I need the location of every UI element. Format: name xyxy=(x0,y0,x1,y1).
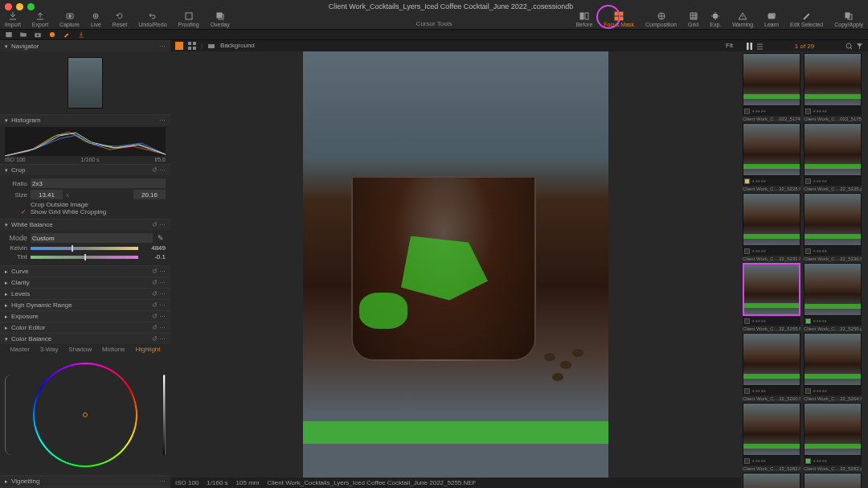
output-icon[interactable] xyxy=(77,31,85,39)
cb-tab-3-way[interactable]: 3-Way xyxy=(40,346,59,353)
view-grid-icon[interactable] xyxy=(188,42,196,50)
browser-thumb[interactable]: ★★★★★Client Work_C....022_5174.NEF xyxy=(743,53,800,121)
vignetting-panel-head[interactable]: ▸Vignetting⋯ xyxy=(0,475,170,486)
export-button[interactable]: Export xyxy=(32,11,48,27)
info-shutter: 1/160 s xyxy=(207,479,227,486)
clarity-panel-head[interactable]: ▸Clarity↺ ⋯ xyxy=(0,277,170,288)
wb-panel-head[interactable]: ▾White Balance↺ ⋯ xyxy=(0,219,170,230)
tint-label: Tint xyxy=(5,253,27,260)
focusmask-button[interactable]: Focus Mask xyxy=(604,11,634,27)
cb-tab-master[interactable]: Master xyxy=(10,346,29,353)
color-wheel[interactable] xyxy=(0,355,170,475)
browser-thumb[interactable]: ★★★★★Client Work_C....22_5255.psd xyxy=(804,263,862,331)
zoom-label[interactable]: Fit xyxy=(726,42,733,49)
show-grid-checkbox[interactable]: Show Grid While Cropping xyxy=(5,208,166,215)
capture-button[interactable]: Capture xyxy=(59,11,80,27)
undoredo-button[interactable]: Undo/Redo xyxy=(138,11,166,27)
kelvin-slider[interactable] xyxy=(31,247,138,250)
wb-label: White Balance xyxy=(11,221,53,228)
exposure-panel-head[interactable]: ▸Exposure↺ ⋯ xyxy=(0,310,170,322)
exp-button[interactable]: Exp. xyxy=(710,11,721,27)
crop-panel-head[interactable]: ▾Crop↺ ⋯ xyxy=(0,164,170,175)
view-mode-icon[interactable] xyxy=(175,42,183,50)
browser-thumb[interactable]: ★★★★★Client Work_C....22_5296.NEF xyxy=(804,473,862,488)
svg-rect-27 xyxy=(193,47,196,50)
maximize-window[interactable] xyxy=(27,3,35,10)
color-balance-label: Color Balance xyxy=(11,335,51,342)
curve-panel-head[interactable]: ▸Curve↺ ⋯ xyxy=(0,265,170,277)
iso-label: ISO 100 xyxy=(5,157,26,162)
cb-tab-midtone[interactable]: Midtone xyxy=(102,346,125,353)
svg-rect-19 xyxy=(6,32,12,37)
navigator-body[interactable] xyxy=(0,51,170,114)
proofing-button[interactable]: Proofing xyxy=(178,11,199,27)
browser-thumb[interactable]: ★★★★★Client Work_C....22_5260.NEF xyxy=(743,333,800,401)
browser-thumb[interactable]: ★★★★★Client Work_C....022_5175.NEF xyxy=(804,53,862,121)
ratio-select[interactable] xyxy=(31,178,166,188)
library-icon[interactable] xyxy=(5,31,13,39)
before-button[interactable]: Before xyxy=(576,11,593,27)
browser-thumb[interactable]: ★★★★★Client Work_C....22_5231.NEF xyxy=(743,193,800,261)
crop-width-input[interactable] xyxy=(31,190,63,199)
layer-name[interactable]: Background xyxy=(220,42,255,49)
live-button[interactable]: Live xyxy=(91,11,101,27)
color-editor-panel-head[interactable]: ▸Color Editor↺ ⋯ xyxy=(0,322,170,333)
minimize-window[interactable] xyxy=(16,3,23,10)
info-filename: Client Work_Cocktails_Lyers_Iced Coffee … xyxy=(268,479,477,486)
navigator-label: Navigator xyxy=(11,43,39,50)
copyapply-button[interactable]: Copy/Apply xyxy=(834,11,863,27)
editselected-button[interactable]: Edit Selected xyxy=(790,11,823,27)
reset-button[interactable]: Reset xyxy=(113,11,127,27)
ratio-label: Ratio xyxy=(5,180,27,187)
svg-point-3 xyxy=(95,15,96,17)
browser-thumb[interactable]: ★★★★★Client Work_C....22_5282.psd xyxy=(804,403,862,471)
search-icon[interactable] xyxy=(845,43,853,50)
document-title: Client Work_Cocktails_Lyers_Iced Coffee … xyxy=(39,2,863,10)
tint-value: -0.1 xyxy=(141,253,166,260)
svg-rect-5 xyxy=(217,13,222,18)
brush-icon[interactable] xyxy=(63,31,71,39)
wb-mode-select[interactable] xyxy=(31,233,153,243)
color-balance-head[interactable]: ▾Color Balance↺ ⋯ xyxy=(0,333,170,344)
sliders-icon[interactable] xyxy=(756,43,764,50)
size-label: Size xyxy=(5,191,27,199)
pause-icon[interactable] xyxy=(746,43,753,50)
navigator-panel-head[interactable]: ▾Navigator⋯ xyxy=(0,40,170,51)
browser-thumb[interactable]: ★★★★★Client Work_C....22_5264.NEF xyxy=(804,333,862,401)
levels-panel-head[interactable]: ▸Levels↺ ⋯ xyxy=(0,288,170,299)
browser-thumb[interactable]: ★★★★★Client Work_C....22_5282.NEF xyxy=(743,403,800,471)
high-dynamic-range-panel-head[interactable]: ▸High Dynamic Range↺ ⋯ xyxy=(0,299,170,310)
browser-thumb[interactable]: ★★★★★Client Work_C....22_5294.NEF xyxy=(743,473,800,488)
grid-button[interactable]: Grid xyxy=(688,11,698,27)
tint-slider[interactable] xyxy=(31,256,138,259)
adjust-icon[interactable] xyxy=(48,31,56,39)
browser-thumb[interactable]: ★★★★★Client Work_C....22_5255.NEF xyxy=(743,263,800,331)
import-button[interactable]: Import xyxy=(5,11,21,27)
learn-button[interactable]: Learn xyxy=(764,11,779,27)
crop-outside-checkbox[interactable]: Crop Outside Image xyxy=(5,201,166,208)
svg-rect-7 xyxy=(580,13,583,19)
composition-button[interactable]: Composition xyxy=(645,11,677,27)
crop-height-input[interactable] xyxy=(133,190,166,199)
close-window[interactable] xyxy=(5,3,12,10)
cb-tab-highlight[interactable]: Highlight xyxy=(135,346,160,353)
camera-icon[interactable] xyxy=(34,31,42,39)
image-canvas[interactable] xyxy=(170,51,741,478)
wb-mode-label: Mode xyxy=(5,234,27,242)
svg-point-1 xyxy=(68,15,71,18)
overlay-button[interactable]: Overlay xyxy=(211,11,230,27)
svg-rect-25 xyxy=(193,42,196,45)
histogram-panel-head[interactable]: ▾Histogram⋯ xyxy=(0,114,170,125)
info-focal: 105 mm xyxy=(236,479,260,486)
svg-point-14 xyxy=(713,14,718,18)
cb-tab-shadow[interactable]: Shadow xyxy=(68,346,92,353)
filter-icon[interactable] xyxy=(856,43,863,50)
layers-icon[interactable] xyxy=(207,42,215,50)
folder-icon[interactable] xyxy=(19,31,27,39)
main-toolbar: ImportExportCaptureLiveResetUndo/RedoPro… xyxy=(0,13,868,29)
warning-button[interactable]: Warning xyxy=(732,11,753,27)
browser-thumb[interactable]: ★★★★★Client Work_C....22_5236.NEF xyxy=(804,193,862,261)
browser-thumb[interactable]: ★★★★★Client Work_C....22_5225.psd xyxy=(804,123,862,191)
svg-rect-24 xyxy=(188,42,191,45)
browser-thumb[interactable]: ★★★★★Client Work_C....22_5225.NEF xyxy=(743,123,800,191)
